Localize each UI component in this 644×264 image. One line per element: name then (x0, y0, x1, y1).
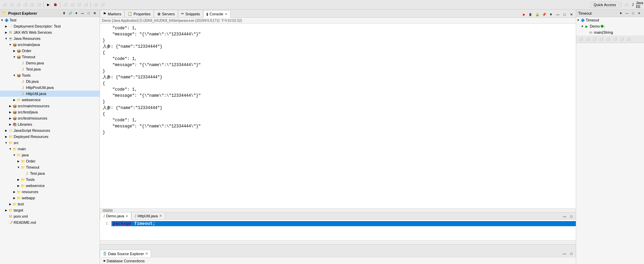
tab-properties[interactable]: 📋 Properties (124, 10, 154, 17)
right-toolbar-6[interactable]: ⬜ (612, 36, 618, 42)
toolbar-icon-11[interactable]: ⬜ (92, 2, 99, 8)
tab-httputil-java-close[interactable]: ✕ (159, 214, 162, 218)
tree-item-timeout[interactable]: ▼ 📦 Timeout (0, 54, 100, 60)
tree-item-test-java[interactable]: J Test.java (0, 66, 100, 72)
tree-item-javascript-resources[interactable]: ▶ JS JavaScript Resources (0, 127, 100, 134)
right-toolbar-3[interactable]: ⬜ (591, 36, 597, 42)
tree-item-libraries[interactable]: ▶ 📚 Libraries (0, 121, 100, 127)
tree-item-src[interactable]: ▼ 📁 src (0, 140, 100, 146)
tree-item-jaxws[interactable]: ▶ W JAX-WS Web Services (0, 29, 100, 35)
tree-item-timeout2[interactable]: ▼ 📁 Timeout (0, 164, 100, 170)
tree-item-java-resources[interactable]: ▼ ☕ Java Resources (0, 35, 100, 42)
tree-item-httputil-java[interactable]: J HttpUtil.java (0, 91, 100, 97)
tree-item-demo-java[interactable]: J Demo.java (0, 60, 100, 66)
bottom-minimize-icon[interactable]: — (561, 250, 568, 257)
toolbar-icon-4[interactable]: ⬜ (22, 2, 28, 8)
tree-item-order2[interactable]: ▶ 📁 Order (0, 158, 100, 164)
tree-item-tools2[interactable]: ▶ 📁 Tools (0, 176, 100, 183)
toolbar-icon-1[interactable]: ⬜ (1, 2, 8, 8)
tree-item-resources[interactable]: ▶ 📁 resources (0, 189, 100, 195)
right-tree-demo[interactable]: ▼ ▶ Demo s (576, 23, 644, 29)
close-panel-icon[interactable]: ✕ (92, 11, 98, 16)
tree-item-target[interactable]: ▶ 📁 target (0, 207, 100, 213)
right-toolbar-5[interactable]: ⬜ (605, 36, 611, 42)
right-toolbar-7[interactable]: ⬜ (618, 36, 625, 42)
tree-item-test[interactable]: ▼ 🔷 Test (0, 17, 100, 23)
right-panel-maximize-icon[interactable]: □ (630, 11, 636, 16)
right-toolbar-8[interactable]: ⬜ (625, 36, 631, 42)
bottom-maximize-icon[interactable]: □ (568, 250, 574, 257)
console-hscrollbar[interactable] (100, 208, 576, 212)
tab-demo-java-close[interactable]: ✕ (125, 214, 128, 218)
tab-markers[interactable]: ⚑ Markers (100, 10, 124, 17)
panel-menu-icon[interactable]: ▼ (74, 11, 79, 16)
right-panel-menu-icon[interactable]: ▼ (618, 11, 624, 16)
right-toolbar-4[interactable]: ⬜ (598, 36, 604, 42)
tree-item-test-java2[interactable]: J Test.java (0, 170, 100, 176)
tree-item-main[interactable]: ▼ 📁 main (0, 146, 100, 152)
right-tree-main[interactable]: m main(String (576, 29, 644, 35)
tree-item-order[interactable]: ▶ 📦 Order (0, 48, 100, 54)
maximize-console-icon[interactable]: □ (561, 11, 568, 17)
editor-hscrollbar[interactable] (100, 240, 576, 244)
tab-demo-java[interactable]: J Demo.java ✕ (100, 212, 131, 220)
tab-snippets[interactable]: ✂ Snippets (178, 10, 203, 17)
tab-console-close[interactable]: ✕ (225, 12, 227, 16)
tree-item-readme-md[interactable]: 📝 README.md (0, 219, 100, 226)
tree-item-httppostutil-java[interactable]: J HttpPostUtil.java (0, 84, 100, 91)
minimize-console-icon[interactable]: — (555, 11, 561, 17)
close-console-icon[interactable]: ✕ (568, 11, 574, 17)
scroll-lock-icon[interactable]: 🔒 (534, 11, 540, 17)
tree-item-java2[interactable]: ▼ 📁 java (0, 152, 100, 158)
tab-data-source-explorer[interactable]: 🗄 Data Source Explorer ✕ (100, 250, 151, 257)
clear-console-icon[interactable]: 🗑 (527, 11, 534, 17)
toolbar-icon-7[interactable]: ⬜ (62, 2, 68, 8)
tab-servers[interactable]: 🖥 Servers (154, 10, 178, 17)
maximize-icon[interactable]: □ (86, 11, 91, 16)
tree-item-src-test-java[interactable]: ▶ 📦 src/test/java (0, 109, 100, 115)
quick-access-button[interactable]: Quick Access (590, 2, 619, 8)
toolbar-debug-icon[interactable]: 🐞 (52, 2, 58, 8)
toolbar-icon-9[interactable]: ⬜ (76, 2, 82, 8)
tree-arrow-httppostutil-java (16, 86, 20, 90)
toolbar-icon-12[interactable]: ⬜ (99, 2, 105, 8)
toolbar-java-ee-icon[interactable]: J (630, 2, 636, 8)
tree-item-test2[interactable]: ▶ 📁 test (0, 201, 100, 207)
console-output[interactable]: "code": 1, "message": "{\"name\":\"12334… (100, 24, 576, 208)
tree-item-webservice2[interactable]: ▶ 📁 webservice (0, 183, 100, 189)
toolbar-icon-5[interactable]: ⬜ (29, 2, 35, 8)
right-panel-close-icon[interactable]: ✕ (636, 11, 642, 16)
toolbar-run-icon[interactable]: ▶ (45, 2, 51, 8)
link-with-editor-icon[interactable]: 🔗 (68, 11, 73, 16)
minimize-icon[interactable]: — (80, 11, 85, 16)
right-tree-timeout[interactable]: ▼ 🔷 Timeout (576, 17, 644, 23)
tab-httputil-java[interactable]: J HttpUtil.java ✕ (131, 212, 165, 219)
toolbar-icon-13[interactable]: ⬜ (623, 2, 629, 8)
console-menu-icon[interactable]: ▼ (548, 11, 554, 17)
collapse-all-icon[interactable]: ⬇ (61, 11, 67, 16)
minimize-editor-icon[interactable]: — (561, 213, 568, 219)
tree-item-tools[interactable]: ▼ 📦 Tools (0, 72, 100, 78)
maximize-editor-icon[interactable]: □ (568, 213, 574, 219)
tab-console[interactable]: ▮ Console ✕ (203, 10, 230, 18)
editor-area[interactable]: 1 package Timeout; (100, 220, 576, 240)
tree-item-src-main-resources[interactable]: ▶ 📦 src/main/resources (0, 103, 100, 109)
tree-item-deployed-resources[interactable]: ▶ 📁 Deployed Resources (0, 134, 100, 140)
tree-item-src-test-resources[interactable]: ▶ 📦 src/test/resources (0, 115, 100, 121)
tree-item-deployment[interactable]: ▶ 📄 Deployment Descriptor: Test (0, 23, 100, 29)
right-panel-minimize-icon[interactable]: — (624, 11, 630, 16)
right-toolbar-1[interactable]: ⬜ (578, 36, 584, 42)
toolbar-icon-2[interactable]: ⬜ (8, 2, 14, 8)
tree-item-db-java[interactable]: J Db.java (0, 78, 100, 84)
toolbar-icon-3[interactable]: ⬜ (15, 2, 21, 8)
tree-item-webservice[interactable]: ▶ 📁 webservice (0, 97, 100, 103)
toolbar-icon-10[interactable]: ⬜ (83, 2, 89, 8)
tree-item-src-main-java[interactable]: ▼ 📦 src/main/java (0, 42, 100, 48)
toolbar-icon-6[interactable]: ⬜ (35, 2, 42, 8)
pin-console-icon[interactable]: 📌 (541, 11, 547, 17)
toolbar-icon-8[interactable]: ⬜ (69, 2, 75, 8)
right-toolbar-2[interactable]: ⬜ (584, 36, 590, 42)
stop-console-icon[interactable]: ■ (521, 11, 527, 17)
tree-item-webapp[interactable]: ▶ 📁 webapp (0, 195, 100, 201)
tree-item-pom-xml[interactable]: M pom.xml (0, 213, 100, 219)
